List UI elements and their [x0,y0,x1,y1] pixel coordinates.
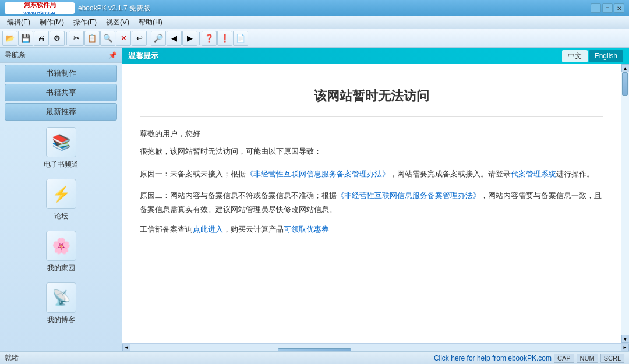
my-blog-icon: 📡 [46,282,76,313]
menu-make[interactable]: 制作(M) [35,16,69,29]
reason2-pre: 原因二：网站内容与备案信息不符或备案信息不准确；根据 [140,191,337,200]
cap-indicator: CAP [554,354,574,363]
my-blog-label: 我的博客 [47,315,75,325]
forum-icon: ⚡ [46,179,76,209]
reason1-law-link[interactable]: 《非经营性互联网信息服务备案管理办法》 [246,169,390,178]
sidebar-my-blog[interactable]: 📡 我的博客 [0,278,122,330]
menu-view[interactable]: 视图(V) [101,16,134,29]
sidebar-item-latest[interactable]: 最新推荐 [5,103,117,121]
hscroll-right-button[interactable]: ► [621,344,629,352]
status-right: Click here for help from ebookPK.com CAP… [434,354,624,363]
toolbar-help[interactable]: ❓ [202,31,217,46]
toolbar-play-next[interactable]: ▶ [182,31,197,46]
sidebar-title: 导航条 [5,50,26,60]
toolbar-zoom[interactable]: 🔎 [151,31,166,46]
hscroll-thumb[interactable] [278,348,351,352]
divider [140,116,603,117]
window-controls: — □ ✕ [591,3,624,13]
app-logo: 河东软件局www.pk0359 [5,2,75,14]
scroll-down-button[interactable]: ▼ [621,335,630,343]
reason2-law-link[interactable]: 《非经营性互联网信息服务备案管理办法》 [337,191,480,200]
ebook-channel-label: 电子书频道 [44,160,79,169]
greeting-text: 尊敬的用户，您好 [140,129,603,139]
scroll-thumb[interactable] [622,72,628,96]
sidebar-my-home[interactable]: 🌸 我的家园 [0,226,122,278]
sidebar-item-book-make[interactable]: 书籍制作 [5,65,117,82]
logo-text: 河东软件局www.pk0359 [24,2,56,14]
sidebar-forum[interactable]: ⚡ 论坛 [0,174,122,226]
sidebar: 导航条 📌 书籍制作 书籍共享 最新推荐 📚 电子书频道 ⚡ 论坛 🌸 我的家园 [0,48,122,351]
toolbar-sep3 [199,32,200,45]
toolbar-undo[interactable]: ↩ [132,31,147,46]
browser-title: 温馨提示 [128,51,158,61]
toolbar-sep2 [149,32,149,45]
toolbar-info[interactable]: ❗ [217,31,232,46]
reason1-pre: 原因一：未备案或未接入；根据 [140,169,246,178]
toolbar-settings[interactable]: ⚙ [50,31,65,46]
status-text: 就绪 [5,353,19,363]
content-area: 温馨提示 中文 English 该网站暂时无法访问 尊敬的用户，您好 很抱歉，该… [122,48,629,351]
reason2-block: 原因二：网站内容与备案信息不符或备案信息不准确；根据《非经营性互联网信息服务备案… [140,189,603,216]
title-bar: 河东软件局www.pk0359 ebookPK v2.1.7 免费版 — □ ✕ [0,0,629,16]
hscroll-left-button[interactable]: ◄ [122,344,130,352]
toolbar-sep1 [66,32,67,45]
sidebar-item-book-share[interactable]: 书籍共享 [5,84,117,101]
reason1-mid: ，网站需要完成备案或接入。请登录 [390,169,511,178]
window-title: ebookPK v2.1.7 免费版 [78,3,150,13]
menu-operate[interactable]: 操作(E) [69,16,101,29]
lang-en-button[interactable]: English [589,50,623,62]
toolbar: 📂 💾 🖨 ⚙ ✂ 📋 🔍 ✕ ↩ 🔎 ◀ ▶ ❓ ❗ 📄 [0,29,629,48]
icp-enter-link[interactable]: 点此进入 [193,225,223,234]
reason1-post: 进行操作。 [556,169,594,178]
toolbar-open[interactable]: 📂 [2,31,17,46]
my-home-icon: 🌸 [46,231,76,261]
toolbar-delete[interactable]: ✕ [116,31,131,46]
num-indicator: NUM [577,354,598,363]
toolbar-doc[interactable]: 📄 [233,31,248,46]
menu-help[interactable]: 帮助(H) [134,16,167,29]
icp-pre: 工信部备案查询 [140,225,193,234]
main-layout: 导航条 📌 书籍制作 书籍共享 最新推荐 📚 电子书频道 ⚡ 论坛 🌸 我的家园 [0,48,629,351]
toolbar-save[interactable]: 💾 [18,31,33,46]
maximize-button[interactable]: □ [602,3,613,13]
close-button[interactable]: ✕ [614,3,624,13]
sidebar-header: 导航条 📌 [0,48,122,63]
toolbar-print[interactable]: 🖨 [34,31,49,46]
menu-bar: 编辑(E) 制作(M) 操作(E) 视图(V) 帮助(H) [0,16,629,29]
lang-switcher: 中文 English [562,50,623,62]
webpage-content: 该网站暂时无法访问 尊敬的用户，您好 很抱歉，该网站暂时无法访问，可能由以下原因… [122,64,621,343]
status-bar: 就绪 Click here for help from ebookPK.com … [0,351,629,364]
toolbar-paste[interactable]: 📋 [84,31,100,46]
right-scrollbar: ▲ ▼ [621,64,629,343]
my-home-label: 我的家园 [47,263,75,273]
scrl-indicator: SCRL [600,354,624,363]
toolbar-play-prev[interactable]: ◀ [167,31,182,46]
reason1-block: 原因一：未备案或未接入；根据《非经营性互联网信息服务备案管理办法》，网站需要完成… [140,167,603,181]
icp-mid: ，购买云计算产品 [223,225,284,234]
sidebar-ebook-channel[interactable]: 📚 电子书频道 [0,122,122,174]
forum-label: 论坛 [54,211,68,221]
browser-body: 该网站暂时无法访问 尊敬的用户，您好 很抱歉，该网站暂时无法访问，可能由以下原因… [122,64,629,343]
title-bar-left: 河东软件局www.pk0359 ebookPK v2.1.7 免费版 [5,2,150,14]
reason1-system-link[interactable]: 代案管理系统 [511,169,556,178]
browser-header: 温馨提示 中文 English [122,48,629,64]
icp-line: 工信部备案查询点此进入，购买云计算产品可领取优惠券 [140,224,603,235]
bottom-scrollbar: ◄ ► [122,343,629,351]
sidebar-pin[interactable]: 📌 [108,51,117,59]
main-heading: 该网站暂时无法访问 [140,87,603,105]
icp-coupon-link[interactable]: 可领取优惠券 [284,225,329,234]
ebook-channel-icon: 📚 [46,127,76,157]
minimize-button[interactable]: — [591,3,601,13]
lang-zh-button[interactable]: 中文 [562,50,588,62]
apology-text: 很抱歉，该网站暂时无法访问，可能由以下原因导致： [140,146,603,157]
scroll-track[interactable] [621,72,630,335]
toolbar-cut[interactable]: ✂ [69,31,84,46]
menu-edit[interactable]: 编辑(E) [2,16,35,29]
scroll-up-button[interactable]: ▲ [621,64,630,72]
help-link[interactable]: Click here for help from ebookPK.com [434,354,552,362]
toolbar-search[interactable]: 🔍 [100,31,115,46]
